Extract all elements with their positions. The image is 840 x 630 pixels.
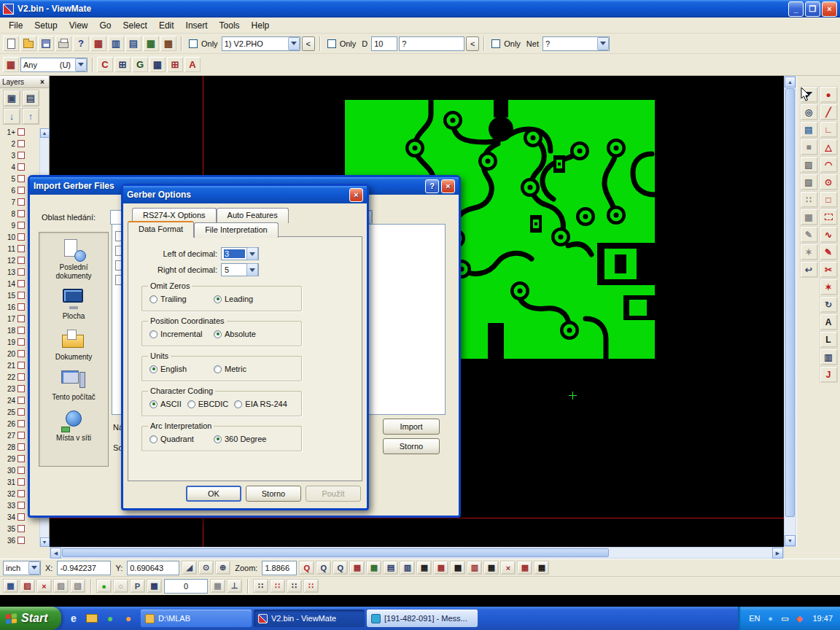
layer-swatch[interactable] (18, 140, 25, 147)
close-icon[interactable]: × (441, 179, 455, 193)
dot-array-icon[interactable]: ∷ (800, 191, 818, 208)
layer-swatch[interactable] (18, 245, 25, 252)
clock[interactable]: 19:47 (812, 614, 833, 623)
task-d-mlab[interactable]: D:\MLAB (141, 610, 252, 627)
only-layer-checkbox[interactable] (189, 39, 198, 48)
layer-select-combo[interactable]: 1) V2.PHO (222, 36, 300, 51)
menu-view[interactable]: View (63, 18, 94, 33)
draw-wave-icon[interactable]: ∿ (820, 226, 838, 243)
pad-mixed-icon[interactable]: ▩ (450, 561, 465, 575)
update-icon[interactable]: ● (764, 612, 776, 624)
context-help-icon[interactable]: ? (73, 36, 89, 51)
layer-stack-icon[interactable]: ▤ (800, 121, 818, 138)
pad-grid-icon[interactable]: ▦ (149, 57, 166, 72)
internet-explorer-icon[interactable]: e (66, 610, 82, 626)
column-select-icon[interactable]: ▥ (108, 36, 124, 51)
place-dokumenty[interactable]: Dokumenty (39, 328, 108, 362)
task-191-482-091-mess[interactable]: [191-482-091] - Mess... (367, 610, 478, 627)
place-tento-po-ta[interactable]: Tento počítač (39, 368, 108, 402)
net-grid-icon[interactable]: ▦ (483, 561, 499, 575)
import-button[interactable]: Import (383, 419, 440, 435)
layer-swatch[interactable] (18, 397, 25, 404)
gerber-view-icon[interactable]: G (132, 57, 148, 72)
gerber-dialog-titlebar[interactable]: Gerber Options × (123, 186, 367, 203)
net-select-combo[interactable]: ? (542, 36, 610, 51)
radio-trailing[interactable]: Trailing (149, 295, 214, 303)
media-icon[interactable]: ● (102, 610, 118, 626)
menu-file[interactable]: File (3, 18, 28, 33)
keyboard-icon[interactable]: ▭ (779, 612, 790, 624)
menu-setup[interactable]: Setup (28, 18, 63, 33)
browser-icon[interactable]: ● (120, 610, 136, 626)
layer-row-4[interactable]: 4 (0, 161, 39, 173)
dcode-input[interactable]: 10 (371, 36, 397, 51)
layer-swatch[interactable] (18, 373, 25, 381)
close-icon[interactable]: × (38, 78, 47, 86)
center-view-icon[interactable]: ⊞ (114, 57, 131, 72)
pattern-b-icon[interactable]: ▦ (534, 561, 549, 575)
layer-swatch[interactable] (18, 455, 25, 462)
radio-360-degree[interactable]: 360 Degree (214, 435, 278, 443)
sketch-tool-icon[interactable]: ✎ (800, 226, 818, 243)
layer-swatch[interactable] (18, 303, 25, 311)
pad-red-icon[interactable]: ▦ (433, 561, 448, 575)
radio-ebcdic[interactable]: EBCDIC (187, 400, 229, 408)
layer-swatch[interactable] (18, 525, 25, 532)
pad-black-icon[interactable]: ▦ (416, 561, 432, 575)
layers-panel-header[interactable]: Layers × (0, 76, 49, 88)
layer-swatch[interactable] (18, 513, 25, 521)
units-combo[interactable]: inch (3, 561, 41, 575)
storno-button[interactable]: Storno (246, 486, 301, 502)
filled-shape-icon[interactable]: ■ (800, 139, 818, 155)
menu-insert[interactable]: Insert (180, 18, 214, 33)
hatch-gray-icon[interactable]: ▨ (53, 579, 69, 593)
layer-table-icon[interactable]: ▤ (22, 90, 39, 106)
explorer-folder-icon[interactable] (84, 610, 100, 626)
origin-circle-icon[interactable]: ⊙ (198, 561, 214, 575)
radio-quadrant[interactable]: Quadrant (149, 435, 214, 443)
crosshair-icon[interactable]: ⊕ (215, 561, 230, 575)
layer-swatch[interactable] (18, 315, 25, 322)
previous-dcode-button[interactable]: < (466, 36, 479, 51)
only-dcode-checkbox[interactable] (327, 39, 336, 48)
chevron-down-icon[interactable] (28, 561, 40, 575)
chevron-down-icon[interactable] (597, 37, 609, 50)
layer-row-2[interactable]: 2 (0, 138, 39, 149)
tab-data-format[interactable]: Data Format (128, 221, 194, 238)
aperture-a-icon[interactable]: ∷ (253, 579, 268, 593)
place-posledn-dokumenty[interactable]: Poslední dokumenty (39, 238, 108, 280)
menu-edit[interactable]: Edit (153, 18, 180, 33)
title-bar[interactable]: V2.bin - ViewMate _ ❐ × (0, 0, 840, 18)
draw-angle-icon[interactable]: ∟ (820, 121, 838, 138)
undo-icon[interactable]: ↩ (800, 261, 818, 278)
measure-diagonal-icon[interactable]: ◢ (182, 561, 197, 575)
grid-blue-icon[interactable]: ▦ (3, 579, 18, 593)
hatch-tool-icon[interactable]: ▨ (800, 156, 818, 173)
scroll-down-icon[interactable]: ▼ (785, 535, 796, 546)
hscroll-thumb[interactable] (62, 548, 609, 557)
storno-button[interactable]: Storno (383, 438, 440, 454)
cut-tool-icon[interactable]: ✂ (820, 261, 838, 278)
draw-line-icon[interactable]: ╱ (820, 104, 838, 120)
layer-swatch[interactable] (18, 128, 25, 136)
text-tool-icon[interactable]: A (820, 314, 838, 330)
layer-row-35[interactable]: 35 (0, 523, 39, 534)
jog-tool-icon[interactable]: J (820, 366, 838, 383)
measure-icon[interactable]: ▩ (160, 36, 176, 51)
scroll-up-icon[interactable]: ▲ (40, 128, 50, 138)
text-select-icon[interactable]: A (184, 57, 201, 72)
layer-swatch[interactable] (18, 385, 25, 392)
dual-pane-icon[interactable]: ▤ (125, 36, 141, 51)
pad-outline-icon[interactable]: ▥ (467, 561, 482, 575)
layer-view-icon[interactable]: ▣ (3, 90, 20, 106)
layer-swatch[interactable] (18, 187, 25, 194)
radio-absolute[interactable]: Absolute (214, 330, 278, 338)
layer-swatch[interactable] (18, 198, 25, 206)
menu-help[interactable]: Help (246, 18, 276, 33)
aperture-d-icon[interactable]: ∷ (303, 579, 319, 593)
help-icon[interactable]: ? (425, 179, 439, 193)
draw-dashed-rect-icon[interactable] (820, 209, 838, 225)
draw-rect-icon[interactable]: □ (820, 191, 838, 208)
layer-colors-icon[interactable]: ▦ (3, 57, 19, 72)
draw-pad-icon[interactable]: ● (820, 86, 838, 103)
